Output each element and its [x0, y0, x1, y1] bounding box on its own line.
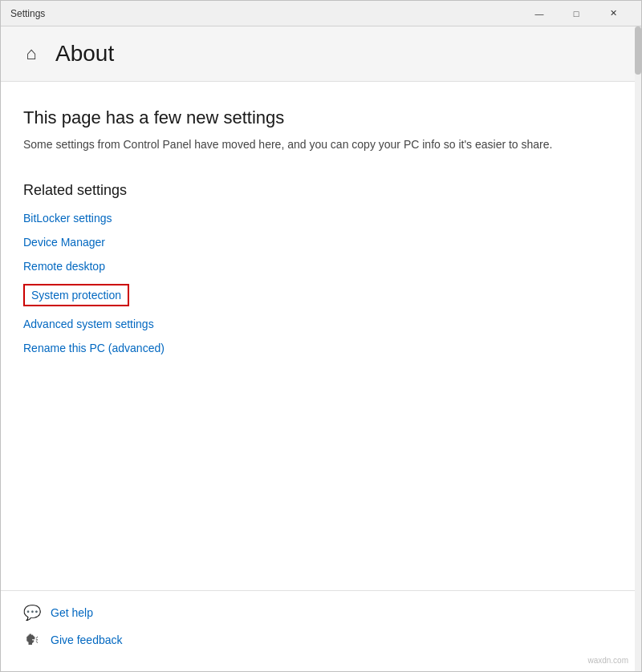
related-settings-heading: Related settings — [23, 182, 619, 199]
remote-desktop-link[interactable]: Remote desktop — [23, 260, 105, 273]
maximize-button[interactable]: □ — [558, 1, 595, 26]
system-protection-link[interactable]: System protection — [23, 284, 129, 306]
info-heading: This page has a few new settings — [23, 107, 619, 128]
get-help-link[interactable]: 💬 Get help — [23, 604, 619, 621]
related-settings-section: Related settings BitLocker settings Devi… — [23, 182, 619, 354]
settings-window: Settings — □ ✕ ⌂ About This page has a f… — [0, 0, 642, 672]
get-help-icon: 💬 — [23, 604, 41, 621]
window-controls: — □ ✕ — [521, 1, 632, 26]
scrollbar-thumb[interactable] — [635, 26, 641, 75]
footer-section: 💬 Get help 🗣 Give feedback — [1, 590, 641, 671]
main-content: This page has a few new settings Some se… — [1, 82, 641, 590]
give-feedback-link[interactable]: 🗣 Give feedback — [23, 631, 619, 649]
home-icon[interactable]: ⌂ — [20, 43, 43, 65]
minimize-button[interactable]: — — [521, 1, 558, 26]
page-title: About — [55, 41, 114, 67]
rename-pc-link[interactable]: Rename this PC (advanced) — [23, 342, 165, 354]
bitlocker-settings-link[interactable]: BitLocker settings — [23, 212, 112, 225]
page-header: ⌂ About — [1, 26, 641, 82]
give-feedback-icon: 🗣 — [23, 631, 41, 649]
title-bar: Settings — □ ✕ — [1, 1, 641, 26]
window-title: Settings — [10, 8, 45, 19]
watermark: waxdn.com — [587, 656, 628, 665]
scrollbar-track — [635, 26, 641, 671]
get-help-label: Get help — [51, 606, 93, 619]
advanced-system-settings-link[interactable]: Advanced system settings — [23, 318, 154, 330]
info-section: This page has a few new settings Some se… — [23, 107, 619, 153]
give-feedback-label: Give feedback — [51, 634, 123, 646]
info-description: Some settings from Control Panel have mo… — [23, 136, 569, 153]
device-manager-link[interactable]: Device Manager — [23, 236, 105, 249]
close-button[interactable]: ✕ — [595, 1, 632, 26]
